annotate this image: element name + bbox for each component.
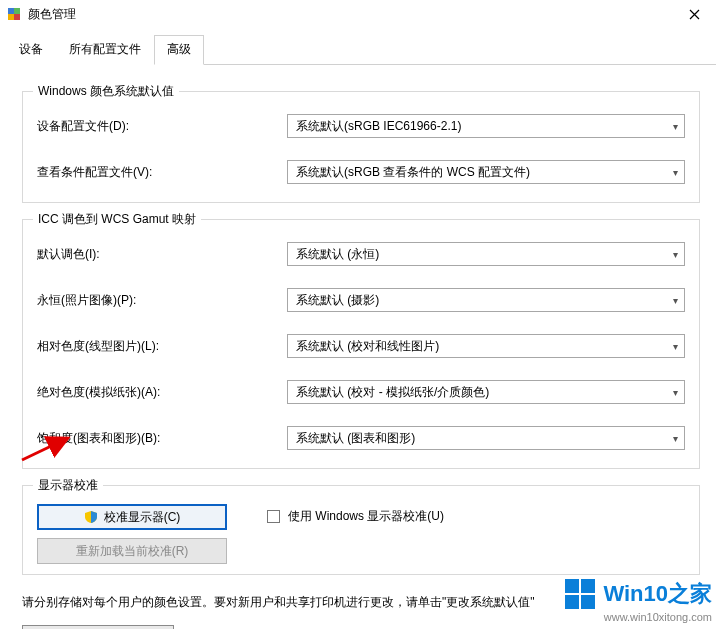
svg-rect-2 <box>8 14 14 20</box>
default-intent-label: 默认调色(I): <box>37 246 287 263</box>
relative-label: 相对色度(线型图片)(L): <box>37 338 287 355</box>
chevron-down-icon: ▾ <box>673 433 678 444</box>
viewing-profile-label: 查看条件配置文件(V): <box>37 164 287 181</box>
chevron-down-icon: ▾ <box>673 341 678 352</box>
watermark-brand-en: Win10 <box>603 581 668 606</box>
row-saturation: 饱和度(图表和图形)(B): 系统默认 (图表和图形) ▾ <box>37 426 685 450</box>
calibration-row: 校准显示器(C) 重新加载当前校准(R) 使用 Windows 显示器校准(U) <box>37 504 685 564</box>
close-icon <box>689 9 700 20</box>
default-intent-select[interactable]: 系统默认 (永恒) ▾ <box>287 242 685 266</box>
chevron-down-icon: ▾ <box>673 387 678 398</box>
chevron-down-icon: ▾ <box>673 167 678 178</box>
close-button[interactable] <box>672 0 716 28</box>
group-windows-defaults: Windows 颜色系统默认值 设备配置文件(D): 系统默认(sRGB IEC… <box>22 91 700 203</box>
device-profile-value: 系统默认(sRGB IEC61966-2.1) <box>296 118 461 135</box>
relative-select[interactable]: 系统默认 (校对和线性图片) ▾ <box>287 334 685 358</box>
footer-button-wrap: 更改系统默认值(S)... <box>22 625 700 629</box>
perceptual-select[interactable]: 系统默认 (摄影) ▾ <box>287 288 685 312</box>
svg-rect-0 <box>8 8 14 14</box>
group-display-calibration: 显示器校准 校准显示器(C) 重新加载当前校准(R) <box>22 485 700 575</box>
svg-rect-3 <box>14 14 20 20</box>
watermark-brand-zh: 之家 <box>668 581 712 606</box>
chevron-down-icon: ▾ <box>673 295 678 306</box>
row-default-intent: 默认调色(I): 系统默认 (永恒) ▾ <box>37 242 685 266</box>
calibration-buttons: 校准显示器(C) 重新加载当前校准(R) <box>37 504 227 564</box>
saturation-value: 系统默认 (图表和图形) <box>296 430 415 447</box>
tabstrip: 设备 所有配置文件 高级 <box>0 28 722 64</box>
perceptual-value: 系统默认 (摄影) <box>296 292 379 309</box>
watermark-brand: Win10之家 <box>603 579 712 609</box>
tab-advanced[interactable]: 高级 <box>154 35 204 65</box>
app-icon <box>6 6 22 22</box>
saturation-select[interactable]: 系统默认 (图表和图形) ▾ <box>287 426 685 450</box>
chevron-down-icon: ▾ <box>673 249 678 260</box>
calibrate-display-label: 校准显示器(C) <box>104 509 181 526</box>
saturation-label: 饱和度(图表和图形)(B): <box>37 430 287 447</box>
device-profile-label: 设备配置文件(D): <box>37 118 287 135</box>
shield-icon <box>84 510 98 524</box>
watermark-logo: Win10之家 <box>565 579 712 609</box>
tab-all-profiles[interactable]: 所有配置文件 <box>56 35 154 65</box>
viewing-profile-select[interactable]: 系统默认(sRGB 查看条件的 WCS 配置文件) ▾ <box>287 160 685 184</box>
window-title: 颜色管理 <box>28 6 672 23</box>
perceptual-label: 永恒(照片图像)(P): <box>37 292 287 309</box>
group-gamut-legend: ICC 调色到 WCS Gamut 映射 <box>33 211 201 228</box>
absolute-select[interactable]: 系统默认 (校对 - 模拟纸张/介质颜色) ▾ <box>287 380 685 404</box>
windows-logo-icon <box>565 579 595 609</box>
row-perceptual: 永恒(照片图像)(P): 系统默认 (摄影) ▾ <box>37 288 685 312</box>
calibrate-display-button[interactable]: 校准显示器(C) <box>37 504 227 530</box>
reload-calibration-button[interactable]: 重新加载当前校准(R) <box>37 538 227 564</box>
row-absolute: 绝对色度(模拟纸张)(A): 系统默认 (校对 - 模拟纸张/介质颜色) ▾ <box>37 380 685 404</box>
group-gamut-mapping: ICC 调色到 WCS Gamut 映射 默认调色(I): 系统默认 (永恒) … <box>22 219 700 469</box>
group-calibration-legend: 显示器校准 <box>33 477 103 494</box>
row-relative: 相对色度(线型图片)(L): 系统默认 (校对和线性图片) ▾ <box>37 334 685 358</box>
absolute-value: 系统默认 (校对 - 模拟纸张/介质颜色) <box>296 384 489 401</box>
watermark-url: www.win10xitong.com <box>565 611 712 623</box>
absolute-label: 绝对色度(模拟纸张)(A): <box>37 384 287 401</box>
tab-content: Windows 颜色系统默认值 设备配置文件(D): 系统默认(sRGB IEC… <box>0 65 722 629</box>
row-viewing-profile: 查看条件配置文件(V): 系统默认(sRGB 查看条件的 WCS 配置文件) ▾ <box>37 160 685 184</box>
use-windows-calibration-label: 使用 Windows 显示器校准(U) <box>288 508 444 525</box>
group-windows-defaults-legend: Windows 颜色系统默认值 <box>33 83 179 100</box>
reload-calibration-label: 重新加载当前校准(R) <box>76 543 189 560</box>
viewing-profile-value: 系统默认(sRGB 查看条件的 WCS 配置文件) <box>296 164 530 181</box>
row-device-profile: 设备配置文件(D): 系统默认(sRGB IEC61966-2.1) ▾ <box>37 114 685 138</box>
tab-device[interactable]: 设备 <box>6 35 56 65</box>
device-profile-select[interactable]: 系统默认(sRGB IEC61966-2.1) ▾ <box>287 114 685 138</box>
titlebar: 颜色管理 <box>0 0 722 28</box>
watermark: Win10之家 www.win10xitong.com <box>565 579 712 623</box>
default-intent-value: 系统默认 (永恒) <box>296 246 379 263</box>
chevron-down-icon: ▾ <box>673 121 678 132</box>
relative-value: 系统默认 (校对和线性图片) <box>296 338 439 355</box>
svg-rect-1 <box>14 8 20 14</box>
change-system-defaults-button[interactable]: 更改系统默认值(S)... <box>22 625 174 629</box>
checkbox-box-icon <box>267 510 280 523</box>
use-windows-calibration-checkbox[interactable]: 使用 Windows 显示器校准(U) <box>267 508 444 525</box>
